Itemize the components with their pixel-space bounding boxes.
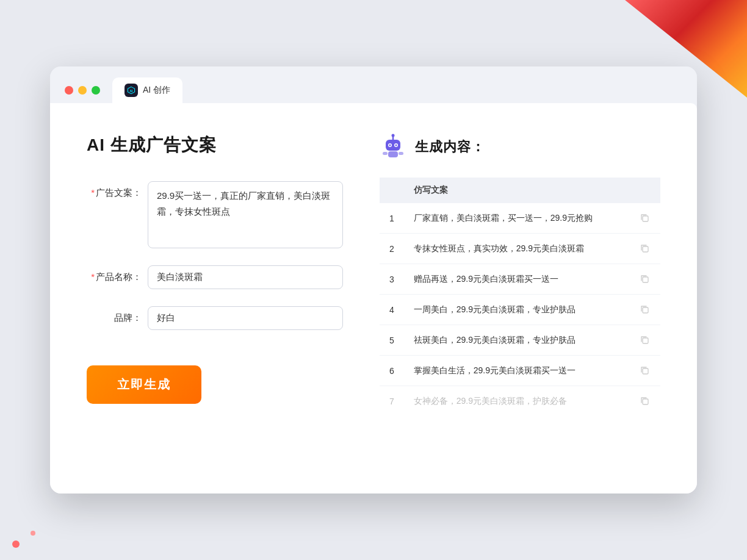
brand-group: 品牌： (87, 306, 343, 330)
ai-tab-icon: AI (125, 84, 138, 97)
robot-icon (380, 134, 406, 160)
row-number: 5 (380, 325, 404, 356)
table-header-row: 仿写文案 (380, 178, 660, 203)
row-text: 赠品再送，29.9元美白淡斑霜买一送一 (404, 264, 629, 295)
result-title: 生成内容： (415, 138, 485, 156)
table-row: 3赠品再送，29.9元美白淡斑霜买一送一 (380, 264, 660, 295)
svg-rect-12 (643, 216, 648, 221)
ai-creation-tab[interactable]: AI AI 创作 (112, 77, 182, 103)
svg-point-7 (389, 145, 391, 146)
copy-icon[interactable] (638, 334, 651, 346)
svg-rect-18 (643, 399, 648, 404)
table-row: 4一周美白，29.9元美白淡斑霜，专业护肤品 (380, 295, 660, 325)
copy-icon[interactable] (638, 303, 651, 315)
svg-rect-15 (643, 307, 648, 313)
copy-icon[interactable] (638, 242, 651, 254)
tab-label: AI 创作 (143, 85, 170, 96)
close-button[interactable] (65, 86, 73, 95)
svg-rect-13 (643, 246, 648, 252)
bg-decoration-bl (0, 523, 37, 560)
row-copy-cell (629, 203, 660, 234)
row-number: 1 (380, 203, 404, 234)
generate-button[interactable]: 立即生成 (87, 365, 201, 404)
row-copy-cell (629, 295, 660, 325)
svg-rect-14 (643, 277, 648, 282)
copy-icon[interactable] (638, 273, 651, 285)
row-copy-cell (629, 356, 660, 386)
content-area: AI 生成广告文案 *广告文案： *产品名称： 品牌： 立即生成 (50, 103, 697, 494)
ad-copy-required: * (91, 187, 95, 198)
brand-input[interactable] (148, 306, 343, 330)
row-number: 2 (380, 234, 404, 264)
row-number: 3 (380, 264, 404, 295)
table-row: 7女神必备，29.9元美白淡斑霜，护肤必备 (380, 386, 660, 417)
product-name-group: *产品名称： (87, 265, 343, 289)
table-row: 2专抹女性斑点，真实功效，29.9元美白淡斑霜 (380, 234, 660, 264)
row-copy-cell (629, 325, 660, 356)
brand-label: 品牌： (87, 306, 142, 324)
ad-copy-label: *广告文案： (87, 181, 142, 199)
svg-rect-10 (383, 152, 388, 155)
copy-icon[interactable] (638, 212, 651, 224)
product-name-label: *产品名称： (87, 265, 142, 283)
row-text: 一周美白，29.9元美白淡斑霜，专业护肤品 (404, 295, 629, 325)
row-text: 祛斑美白，29.9元美白淡斑霜，专业护肤品 (404, 325, 629, 356)
product-name-input[interactable] (148, 265, 343, 289)
table-row: 6掌握美白生活，29.9元美白淡斑霜买一送一 (380, 356, 660, 386)
copy-icon[interactable] (638, 395, 651, 407)
svg-point-8 (395, 145, 397, 146)
ad-copy-input[interactable] (148, 181, 343, 248)
ad-copy-group: *广告文案： (87, 181, 343, 248)
table-row: 1厂家直销，美白淡斑霜，买一送一，29.9元抢购 (380, 203, 660, 234)
right-panel: 生成内容： 仿写文案 1厂家直销，美白淡斑霜，买一送一，29.9元抢购 2专抹女… (380, 134, 660, 457)
window-controls (65, 86, 100, 95)
row-copy-cell (629, 234, 660, 264)
svg-rect-16 (643, 338, 648, 343)
svg-point-3 (392, 134, 395, 137)
left-panel: AI 生成广告文案 *广告文案： *产品名称： 品牌： 立即生成 (87, 134, 343, 457)
maximize-button[interactable] (92, 86, 100, 95)
svg-rect-17 (643, 368, 648, 374)
svg-rect-4 (386, 140, 400, 151)
row-copy-cell (629, 264, 660, 295)
svg-rect-11 (399, 152, 403, 155)
row-text: 女神必备，29.9元美白淡斑霜，护肤必备 (404, 386, 629, 417)
row-number: 6 (380, 356, 404, 386)
copy-icon[interactable] (638, 364, 651, 376)
product-name-required: * (91, 271, 95, 282)
result-header: 生成内容： (380, 134, 660, 160)
table-row: 5祛斑美白，29.9元美白淡斑霜，专业护肤品 (380, 325, 660, 356)
minimize-button[interactable] (78, 86, 87, 95)
col-action-header (629, 178, 660, 203)
row-number: 4 (380, 295, 404, 325)
svg-text:AI: AI (130, 90, 134, 93)
row-text: 厂家直销，美白淡斑霜，买一送一，29.9元抢购 (404, 203, 629, 234)
row-text: 掌握美白生活，29.9元美白淡斑霜买一送一 (404, 356, 629, 386)
row-text: 专抹女性斑点，真实功效，29.9元美白淡斑霜 (404, 234, 629, 264)
col-num (380, 178, 404, 203)
page-title: AI 生成广告文案 (87, 134, 343, 157)
result-table: 仿写文案 1厂家直销，美白淡斑霜，买一送一，29.9元抢购 2专抹女性斑点，真实… (380, 178, 660, 416)
svg-rect-9 (388, 151, 398, 157)
col-text-header: 仿写文案 (404, 178, 629, 203)
title-bar: AI AI 创作 (50, 66, 697, 103)
row-copy-cell (629, 386, 660, 417)
row-number: 7 (380, 386, 404, 417)
browser-window: AI AI 创作 AI 生成广告文案 *广告文案： *产品名称： (50, 66, 697, 494)
